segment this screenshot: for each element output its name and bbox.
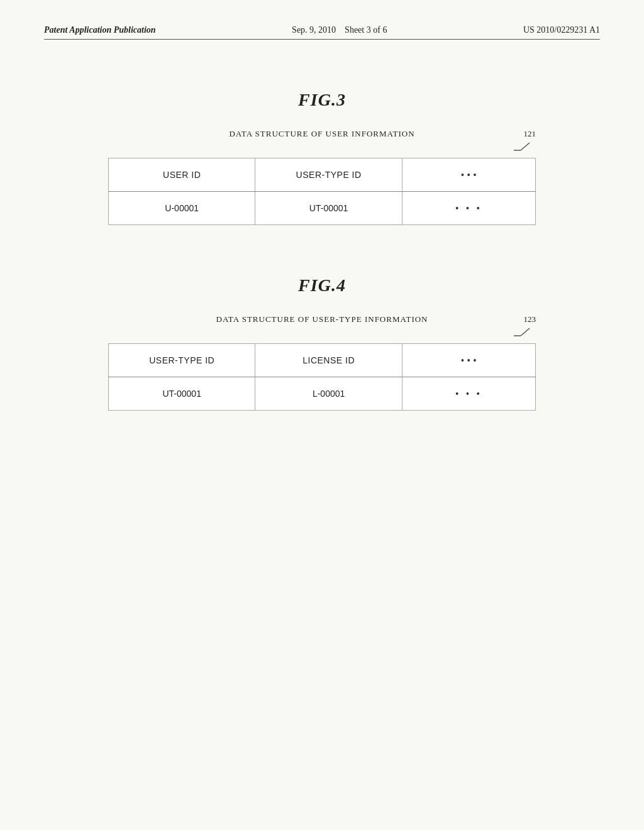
fig4-ref-number: 123	[524, 314, 536, 324]
fig3-ref-number: 121	[524, 129, 536, 139]
fig4-col-usertypeid: USER-TYPE ID	[109, 344, 255, 377]
fig4-col-licenseid: LICENSE ID	[255, 344, 402, 377]
svg-line-2	[521, 328, 530, 336]
fig3-col-userid: USER ID	[109, 158, 255, 192]
fig3-ref-arrow-icon	[512, 141, 531, 152]
header-sheet: Sheet 3 of 6	[345, 25, 387, 35]
fig4-cell-licenseid: L-00001	[255, 377, 402, 411]
fig3-col-usertypeid: USER-TYPE ID	[255, 158, 402, 192]
fig4-header-row: USER-TYPE ID LICENSE ID • • •	[109, 344, 536, 377]
fig3-ref-wrapper: DATA STRUCTURE OF USER INFORMATION 121	[108, 129, 536, 141]
fig4-table: USER-TYPE ID LICENSE ID • • • UT-00001 L…	[108, 343, 536, 411]
table-row: U-00001 UT-00001 • • •	[109, 192, 536, 225]
header-date-sheet: Sep. 9, 2010 Sheet 3 of 6	[292, 25, 387, 35]
fig4-title: FIG.4	[298, 275, 346, 296]
fig3-cell-userid: U-00001	[109, 192, 255, 225]
fig3-table: USER ID USER-TYPE ID • • • U-00001 UT-00…	[108, 158, 536, 225]
fig3-section: FIG.3 DATA STRUCTURE OF USER INFORMATION…	[44, 90, 600, 225]
fig3-header-row: USER ID USER-TYPE ID • • •	[109, 158, 536, 192]
header-patent-number: US 2010/0229231 A1	[523, 25, 600, 35]
fig4-ref-wrapper: DATA STRUCTURE OF USER-TYPE INFORMATION …	[108, 314, 536, 327]
table-row: UT-00001 L-00001 • • •	[109, 377, 536, 411]
fig3-cell-ellipsis: • • •	[402, 192, 535, 225]
svg-line-0	[521, 143, 530, 150]
fig4-cell-ellipsis: • • •	[402, 377, 535, 411]
fig3-arrow-row	[108, 141, 536, 152]
fig3-cell-usertypeid: UT-00001	[255, 192, 402, 225]
fig4-cell-usertypeid: UT-00001	[109, 377, 255, 411]
fig4-arrow-row	[108, 327, 536, 337]
fig3-ds-label: DATA STRUCTURE OF USER INFORMATION	[108, 129, 536, 139]
header-date: Sep. 9, 2010	[292, 25, 343, 35]
fig3-col-ellipsis: • • •	[402, 158, 535, 192]
fig4-section: FIG.4 DATA STRUCTURE OF USER-TYPE INFORM…	[44, 275, 600, 411]
fig4-ref-arrow-icon	[512, 327, 531, 337]
page-header: Patent Application Publication Sep. 9, 2…	[44, 25, 600, 40]
fig4-col-ellipsis: • • •	[402, 344, 535, 377]
header-publication-label: Patent Application Publication	[44, 25, 156, 35]
page: Patent Application Publication Sep. 9, 2…	[0, 0, 644, 830]
fig4-ds-label: DATA STRUCTURE OF USER-TYPE INFORMATION	[108, 314, 536, 324]
fig3-title: FIG.3	[298, 90, 346, 110]
